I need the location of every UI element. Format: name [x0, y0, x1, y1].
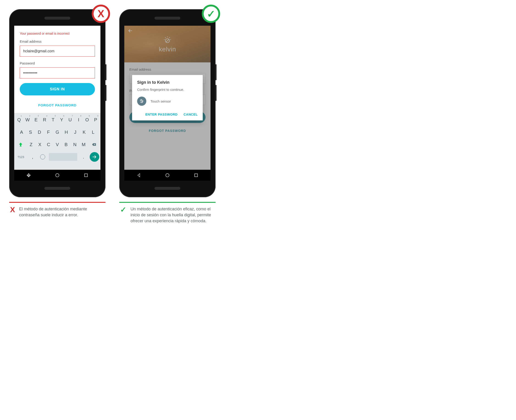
key-k[interactable]: K [80, 127, 88, 137]
spacebar-key[interactable] [49, 153, 77, 161]
key-j[interactable]: J [71, 127, 79, 137]
dot-key[interactable]: . [80, 152, 87, 162]
key-d[interactable]: D [36, 127, 43, 137]
fingerprint-dialog: Sign in to Kelvin Confirm fingerprint to… [132, 75, 203, 120]
svg-rect-0 [20, 146, 22, 147]
screen-right: kelvin Email address Password SIGN IN FO… [124, 26, 210, 181]
key-c[interactable]: C [45, 139, 52, 150]
error-message: Your password or email is incorrect [20, 32, 95, 35]
key-r[interactable]: R4 [41, 115, 48, 125]
sign-in-button[interactable]: SIGN IN [20, 83, 95, 95]
right-badge: ✓ [202, 5, 220, 23]
android-navbar [14, 170, 100, 181]
key-v[interactable]: V [53, 139, 61, 150]
email-field[interactable] [20, 46, 95, 57]
caption-check-icon: ✓ [120, 206, 126, 224]
dialog-subtitle: Confirm fingerprint to continue. [137, 88, 198, 91]
phone-side-button [216, 85, 217, 101]
on-screen-keyboard: Q1W2E3R4T5Y6U7I8O9P0 ASDFGHJKL ZXCVBNM ?… [14, 113, 100, 170]
nav-recent-icon[interactable] [194, 173, 199, 178]
nav-recent-icon[interactable] [83, 173, 89, 178]
svg-rect-11 [195, 174, 198, 177]
caption-x-icon: X [10, 206, 15, 218]
forgot-password-link-partial[interactable]: FORGOT PASSWORD [20, 103, 95, 107]
caption-text-wrong: El método de autenticación mediante cont… [19, 206, 105, 218]
wrong-example-panel: X Your password or email is incorrect Em… [9, 9, 105, 218]
backspace-key[interactable] [89, 139, 99, 150]
key-z[interactable]: Z [27, 139, 35, 150]
android-navbar [124, 170, 210, 181]
key-p[interactable]: P0 [92, 115, 99, 125]
key-s[interactable]: S [27, 127, 34, 137]
phone-side-button [105, 85, 106, 101]
app-content-right: kelvin Email address Password SIGN IN FO… [124, 26, 210, 170]
key-h[interactable]: H [62, 127, 70, 137]
nav-back-icon[interactable] [26, 173, 31, 178]
app-content-left: Your password or email is incorrect Emai… [14, 26, 100, 170]
caption-right: ✓ Un método de autenticación eficaz, com… [119, 203, 216, 224]
symbols-key[interactable]: ?123 [15, 152, 26, 162]
key-i[interactable]: I8 [75, 115, 82, 125]
touch-sensor-label: Touch sensor [150, 99, 171, 103]
svg-point-1 [56, 174, 59, 177]
key-l[interactable]: L [89, 127, 97, 137]
caption-wrong: X El método de autenticación mediante co… [9, 203, 105, 218]
password-field[interactable] [20, 68, 95, 78]
nav-back-icon[interactable] [136, 173, 141, 178]
key-g[interactable]: G [53, 127, 61, 137]
globe-icon [40, 154, 45, 159]
globe-key[interactable] [39, 152, 46, 162]
password-label: Password [20, 61, 95, 65]
cancel-button[interactable]: CANCEL [183, 113, 198, 116]
key-a[interactable]: A [18, 127, 25, 137]
fingerprint-icon [137, 97, 146, 106]
screen-left: Your password or email is incorrect Emai… [14, 26, 100, 181]
key-w[interactable]: W2 [24, 115, 31, 125]
comma-key[interactable]: , [29, 152, 37, 162]
nav-home-icon[interactable] [55, 173, 60, 178]
phone-speaker-top [45, 17, 70, 19]
svg-rect-2 [85, 174, 88, 177]
email-label: Email address [20, 39, 95, 43]
dialog-scrim: Sign in to Kelvin Confirm fingerprint to… [124, 26, 210, 170]
right-badge-check: ✓ [207, 8, 215, 20]
phone-speaker-bottom [45, 187, 70, 189]
phone-frame-left: Your password or email is incorrect Emai… [9, 9, 105, 197]
phone-speaker-top [155, 17, 180, 19]
key-f[interactable]: F [45, 127, 52, 137]
wrong-badge-x: X [97, 8, 104, 20]
key-x[interactable]: X [36, 139, 44, 150]
key-y[interactable]: Y6 [58, 115, 65, 125]
phone-frame-right: kelvin Email address Password SIGN IN FO… [119, 9, 216, 197]
caption-text-right: Un método de autenticación eficaz, como … [130, 206, 215, 224]
key-t[interactable]: T5 [49, 115, 57, 125]
phone-side-button [105, 64, 106, 80]
wrong-badge: X [92, 5, 110, 23]
key-n[interactable]: N [71, 139, 79, 150]
key-b[interactable]: B [62, 139, 70, 150]
enter-password-button[interactable]: ENTER PASSWORD [145, 113, 178, 116]
key-u[interactable]: U7 [67, 115, 74, 125]
right-example-panel: ✓ [119, 9, 216, 224]
enter-key[interactable] [90, 152, 99, 162]
svg-point-10 [166, 174, 169, 177]
key-o[interactable]: O9 [83, 115, 91, 125]
nav-home-icon[interactable] [165, 173, 170, 178]
key-q[interactable]: Q1 [15, 115, 23, 125]
phone-speaker-bottom [155, 187, 180, 189]
phone-side-button [216, 64, 217, 80]
dialog-title: Sign in to Kelvin [137, 80, 198, 85]
key-m[interactable]: M [80, 139, 87, 150]
key-e[interactable]: E3 [32, 115, 40, 125]
shift-key[interactable] [15, 139, 26, 150]
